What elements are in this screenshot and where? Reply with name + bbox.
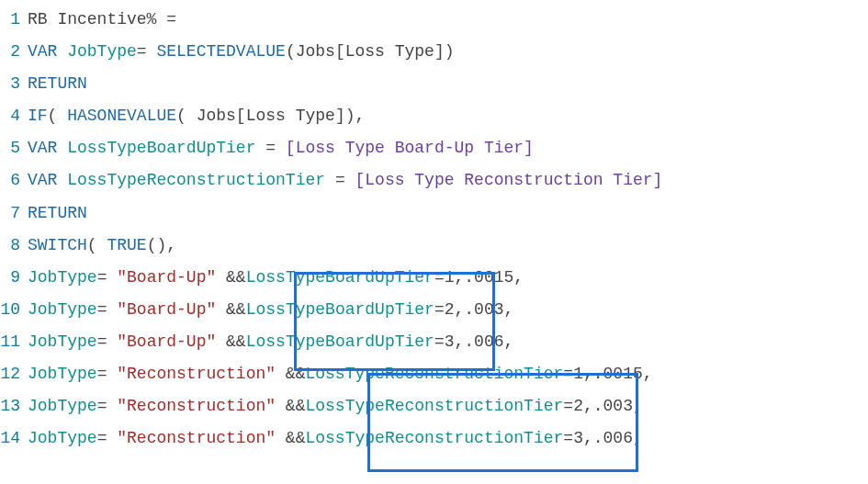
code-token: = bbox=[325, 171, 355, 189]
keyword: VAR bbox=[28, 42, 57, 61]
identifier: LossTypeBoardUpTier bbox=[246, 268, 434, 287]
line-number: 4 bbox=[0, 100, 28, 132]
code-token: && bbox=[216, 268, 245, 287]
code-line: 8 SWITCH( TRUE(), bbox=[0, 230, 868, 262]
code-line: 6 VAR LossTypeReconstructionTier = [Loss… bbox=[0, 164, 868, 197]
code-token: =2,.003, bbox=[563, 397, 642, 415]
code-line: 12 JobType= "Reconstruction" &&LossTypeR… bbox=[0, 358, 868, 390]
measure-ref: [Loss Type Board-Up Tier] bbox=[286, 139, 534, 157]
identifier: JobType bbox=[28, 332, 97, 351]
code-token: =1,.0015, bbox=[563, 365, 652, 383]
function-name: SELECTEDVALUE bbox=[156, 42, 285, 61]
code-token: && bbox=[276, 429, 305, 447]
identifier: LossTypeReconstructionTier bbox=[67, 171, 325, 189]
code-token: = bbox=[97, 429, 118, 447]
identifier: LossTypeBoardUpTier bbox=[67, 139, 255, 157]
identifier: JobType bbox=[28, 365, 97, 383]
code-token: =1,.0015, bbox=[434, 268, 524, 287]
code-token: (Jobs[Loss Type]) bbox=[286, 42, 455, 61]
code-line: 9 JobType= "Board-Up" &&LossTypeBoardUpT… bbox=[0, 262, 868, 294]
code-token: && bbox=[216, 332, 245, 351]
code-token: =2,.003, bbox=[434, 300, 513, 319]
code-token: = bbox=[97, 365, 118, 383]
line-number: 5 bbox=[0, 132, 28, 164]
line-number: 2 bbox=[0, 36, 28, 68]
code-line: 13 JobType= "Reconstruction" &&LossTypeR… bbox=[0, 390, 868, 422]
function-name: TRUE bbox=[107, 236, 146, 254]
line-number: 9 bbox=[0, 262, 28, 294]
code-line: 3 RETURN bbox=[0, 68, 868, 100]
code-token: = bbox=[97, 397, 118, 415]
code-token: = bbox=[255, 139, 285, 157]
function-name: HASONEVALUE bbox=[67, 107, 176, 125]
code-line: 10 JobType= "Board-Up" &&LossTypeBoardUp… bbox=[0, 294, 868, 326]
keyword: VAR bbox=[28, 171, 57, 189]
line-number: 6 bbox=[0, 164, 28, 197]
string-literal: "Reconstruction" bbox=[117, 365, 276, 383]
keyword: VAR bbox=[28, 139, 57, 157]
string-literal: "Board-Up" bbox=[117, 332, 216, 351]
function-name: SWITCH bbox=[28, 236, 87, 254]
line-number: 13 bbox=[0, 390, 28, 422]
code-token: ( bbox=[48, 107, 68, 125]
string-literal: "Reconstruction" bbox=[117, 429, 276, 447]
code-line: 7 RETURN bbox=[0, 197, 868, 230]
identifier: LossTypeBoardUpTier bbox=[246, 300, 434, 319]
identifier: JobType bbox=[28, 268, 97, 287]
identifier: LossTypeReconstructionTier bbox=[305, 397, 563, 415]
line-number: 14 bbox=[0, 422, 28, 455]
identifier: LossTypeReconstructionTier bbox=[305, 429, 563, 447]
identifier: LossTypeReconstructionTier bbox=[305, 365, 563, 383]
code-token: && bbox=[276, 365, 305, 383]
code-token: = bbox=[97, 300, 118, 319]
code-token: = bbox=[137, 42, 157, 61]
code-token: && bbox=[216, 300, 245, 319]
identifier: JobType bbox=[28, 397, 97, 415]
line-number: 11 bbox=[0, 326, 28, 358]
measure-ref: [Loss Type Reconstruction Tier] bbox=[355, 171, 662, 189]
code-token: =3,.006, bbox=[563, 429, 642, 447]
code-line: 1 RB Incentive% = bbox=[0, 4, 868, 36]
code-token: = bbox=[97, 332, 118, 351]
code-token: ( bbox=[87, 236, 107, 254]
code-token: ( Jobs[Loss Type]), bbox=[176, 107, 365, 125]
code-line: 5 VAR LossTypeBoardUpTier = [Loss Type B… bbox=[0, 132, 868, 164]
function-name: IF bbox=[28, 107, 48, 125]
string-literal: "Board-Up" bbox=[117, 268, 216, 287]
code-line: 2 VAR JobType= SELECTEDVALUE(Jobs[Loss T… bbox=[0, 36, 868, 68]
identifier: LossTypeBoardUpTier bbox=[246, 332, 434, 351]
string-literal: "Reconstruction" bbox=[117, 397, 276, 415]
code-token: = bbox=[97, 268, 118, 287]
dax-editor: 1 RB Incentive% = 2 VAR JobType= SELECTE… bbox=[0, 4, 868, 455]
code-token: (), bbox=[147, 236, 176, 254]
identifier: JobType bbox=[28, 300, 97, 319]
code-line: 14 JobType= "Reconstruction" &&LossTypeR… bbox=[0, 422, 868, 455]
line-number: 1 bbox=[0, 4, 28, 36]
code-token: =3,.006, bbox=[434, 332, 513, 351]
code-token: && bbox=[276, 397, 305, 415]
keyword: RETURN bbox=[28, 74, 87, 93]
code-line: 4 IF( HASONEVALUE( Jobs[Loss Type]), bbox=[0, 100, 868, 132]
line-number: 8 bbox=[0, 230, 28, 262]
keyword: RETURN bbox=[28, 204, 87, 222]
line-number: 3 bbox=[0, 68, 28, 100]
line-number: 12 bbox=[0, 358, 28, 390]
identifier: JobType bbox=[67, 42, 137, 61]
code-line: 11 JobType= "Board-Up" &&LossTypeBoardUp… bbox=[0, 326, 868, 358]
line-number: 7 bbox=[0, 197, 28, 230]
line-number: 10 bbox=[0, 294, 28, 326]
identifier: JobType bbox=[28, 429, 97, 447]
code-token: RB Incentive% = bbox=[28, 10, 176, 28]
string-literal: "Board-Up" bbox=[117, 300, 216, 319]
